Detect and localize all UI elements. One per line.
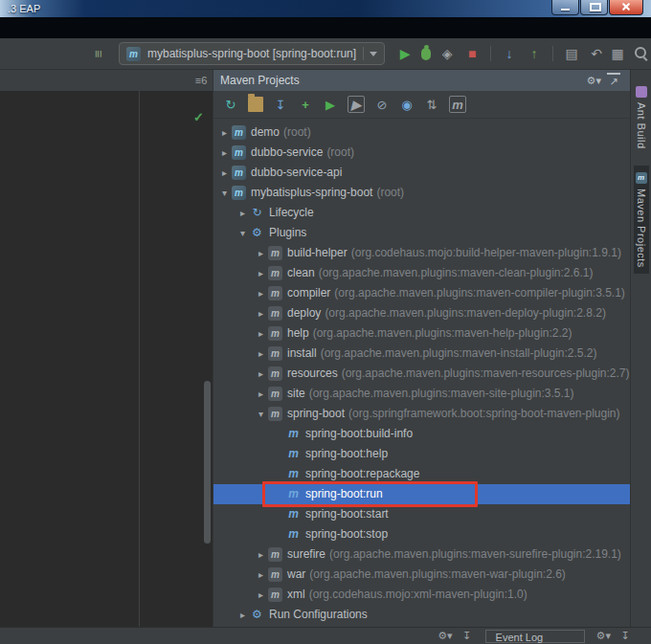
tree-row-site[interactable]: ▸msite(org.apache.maven.plugins:maven-si… (213, 384, 630, 404)
tree-row-spring-boot:build-info[interactable]: mspring-boot:build-info (213, 424, 630, 444)
collapse-all-icon[interactable]: ⇅ (424, 97, 439, 112)
tree-row-mybatisplus-spring-boot[interactable]: ▾mmybatisplus-spring-boot(root) (213, 183, 630, 203)
tree-row-clean[interactable]: ▸mclean(org.apache.maven.plugins:maven-c… (213, 263, 630, 283)
tree-item-detail: (org.apache.maven.plugins:maven-install-… (321, 344, 597, 364)
tree-row-help[interactable]: ▸mhelp(org.apache.maven.plugins:maven-he… (213, 323, 630, 344)
combo-divider (363, 47, 364, 60)
run-config-selector[interactable]: m mybatisplus-spring-boot [spring-boot:r… (119, 42, 385, 65)
chevron-collapsed-icon[interactable]: ▸ (217, 163, 232, 183)
tree-item-label: spring-boot:build-info (305, 424, 413, 444)
chevron-collapsed-icon[interactable]: ▸ (217, 143, 232, 163)
chevron-collapsed-icon[interactable]: ▸ (254, 544, 268, 565)
tool-window-button-ant-build[interactable]: Ant Build (634, 79, 649, 156)
chevron-collapsed-icon[interactable]: ▸ (254, 364, 268, 384)
tree-item-label: Lifecycle (269, 203, 314, 223)
tree-row-lifecycle[interactable]: ▸↻Lifecycle (213, 203, 630, 223)
tree-row-spring-boot:stop[interactable]: mspring-boot:stop (213, 524, 630, 544)
search-icon[interactable] (634, 46, 649, 61)
tree-item-detail: (root) (283, 122, 311, 143)
chevron-collapsed-icon[interactable]: ▸ (236, 605, 250, 625)
right-tool-window-bar: Ant BuildmMaven Projects (630, 70, 651, 627)
chevron-collapsed-icon[interactable]: ▸ (254, 283, 268, 303)
statusbar-import-icon[interactable]: ↧ (460, 630, 474, 643)
chevron-collapsed-icon[interactable]: ▸ (236, 203, 250, 223)
debug-icon[interactable] (421, 48, 431, 60)
tree-item-detail: (org.apache.maven.plugins:maven-deploy-p… (325, 303, 606, 323)
tree-row-dubbo-service-api[interactable]: ▸mdubbo-service-api (213, 163, 630, 183)
tree-row-compiler[interactable]: ▸mcompiler(org.apache.maven.plugins:mave… (213, 283, 630, 303)
minimize-button[interactable] (551, 0, 579, 15)
add-icon[interactable]: + (298, 97, 313, 112)
editor-scrollbar[interactable] (204, 381, 211, 544)
panel-splitter[interactable] (139, 91, 140, 627)
chevron-collapsed-icon[interactable]: ▸ (254, 303, 268, 323)
reimport-icon[interactable]: ↻ (223, 97, 238, 112)
run-icon[interactable]: ▶ (396, 45, 414, 62)
chevron-collapsed-icon[interactable]: ▸ (254, 243, 268, 263)
stop-icon[interactable]: ■ (463, 45, 481, 62)
plugin-icon: m (268, 366, 282, 381)
tree-row-run-configurations[interactable]: ▸⚙Run Configurations (213, 605, 630, 625)
tree-row-spring-boot:help[interactable]: mspring-boot:help (213, 444, 630, 464)
maven-project-icon: m (232, 125, 246, 140)
tree-row-xml[interactable]: ▸mxml(org.codehaus.mojo:xml-maven-plugin… (213, 585, 630, 605)
tree-item-label: spring-boot:stop (305, 524, 388, 544)
eventlog-settings-icon[interactable]: ⚙▾ (596, 630, 611, 643)
chevron-expanded-icon[interactable]: ▾ (254, 404, 268, 424)
tree-row-spring-boot[interactable]: ▾mspring-boot(org.springframework.boot:s… (213, 404, 630, 424)
tree-row-spring-boot:start[interactable]: mspring-boot:start (213, 504, 630, 524)
dependencies-icon[interactable]: ◉ (399, 97, 415, 112)
tool-buttons-icon[interactable]: ≡ (90, 45, 107, 62)
chevron-collapsed-icon[interactable]: ▸ (254, 263, 268, 283)
tree-row-demo[interactable]: ▸mdemo(root) (213, 122, 630, 143)
tree-row-spring-boot:run[interactable]: mspring-boot:run (213, 484, 630, 504)
tree-item-detail: (org.springframework.boot:spring-boot-ma… (348, 404, 619, 424)
tree-row-install[interactable]: ▸minstall(org.apache.maven.plugins:maven… (213, 344, 630, 364)
close-button[interactable] (609, 0, 643, 15)
chevron-collapsed-icon[interactable]: ▸ (254, 323, 268, 344)
tree-item-label: dubbo-service-api (251, 163, 342, 183)
chevron-collapsed-icon[interactable]: ▸ (217, 122, 232, 143)
plugin-icon: m (268, 567, 282, 582)
tree-item-detail: (org.codehaus.mojo:build-helper-maven-pl… (351, 243, 621, 263)
tree-row-deploy[interactable]: ▸mdeploy(org.apache.maven.plugins:maven-… (213, 303, 630, 323)
skip-tests-icon[interactable]: ⊘ (374, 97, 390, 112)
chevron-collapsed-icon[interactable]: ▸ (254, 565, 268, 585)
maximize-button[interactable] (580, 0, 608, 15)
eventlog-import-icon[interactable]: ↧ (618, 630, 632, 643)
vcs-commit-icon[interactable]: ↑ (526, 45, 543, 62)
rollback-icon[interactable]: ↶ (588, 45, 605, 62)
restore-layout-icon[interactable]: ▦ (609, 45, 626, 62)
chevron-expanded-icon[interactable]: ▾ (217, 183, 232, 203)
tree-row-build-helper[interactable]: ▸mbuild-helper(org.codehaus.mojo:build-h… (213, 243, 630, 263)
tree-row-war[interactable]: ▸mwar(org.apache.maven.plugins:maven-war… (213, 565, 630, 585)
tree-row-spring-boot:repackage[interactable]: mspring-boot:repackage (213, 464, 630, 484)
execute-goal-icon[interactable]: ▶ (348, 96, 365, 113)
chevron-collapsed-icon[interactable]: ▸ (254, 585, 268, 605)
download-sources-icon[interactable]: ↧ (273, 97, 288, 112)
tool-window-button-maven-projects[interactable]: mMaven Projects (634, 166, 649, 275)
tree-item-label: site (287, 384, 305, 404)
diff-icon[interactable]: ▤ (563, 45, 580, 62)
ant-build-icon (636, 86, 647, 98)
generate-sources-icon[interactable] (248, 97, 263, 112)
event-log-widget[interactable]: Event Log (485, 630, 585, 643)
vcs-update-icon[interactable]: ↓ (501, 45, 518, 62)
tree-row-plugins[interactable]: ▾⚙Plugins (213, 223, 630, 243)
coverage-icon[interactable]: ◈ (438, 45, 456, 62)
tool-window-label: Ant Build (636, 102, 647, 149)
chevron-expanded-icon[interactable]: ▾ (236, 223, 250, 243)
hidden-tabs-icon[interactable]: ≡6 (194, 74, 208, 87)
hide-panel-icon[interactable]: ↗ (607, 73, 620, 88)
panel-settings-icon[interactable]: ⚙▾ (587, 74, 601, 87)
tree-item-detail: (org.apache.maven.plugins:maven-compiler… (334, 283, 625, 303)
chevron-collapsed-icon[interactable]: ▸ (254, 344, 268, 364)
maven-settings-icon[interactable]: m (449, 96, 466, 113)
statusbar-settings-icon[interactable]: ⚙▾ (438, 630, 452, 643)
run-goal-icon[interactable]: ▶ (323, 97, 338, 112)
chevron-down-icon (370, 52, 377, 56)
tree-row-dubbo-service[interactable]: ▸mdubbo-service(root) (213, 143, 630, 163)
tree-row-resources[interactable]: ▸mresources(org.apache.maven.plugins:mav… (213, 364, 630, 384)
tree-row-surefire[interactable]: ▸msurefire(org.apache.maven.plugins:mave… (213, 544, 630, 565)
chevron-collapsed-icon[interactable]: ▸ (254, 384, 268, 404)
